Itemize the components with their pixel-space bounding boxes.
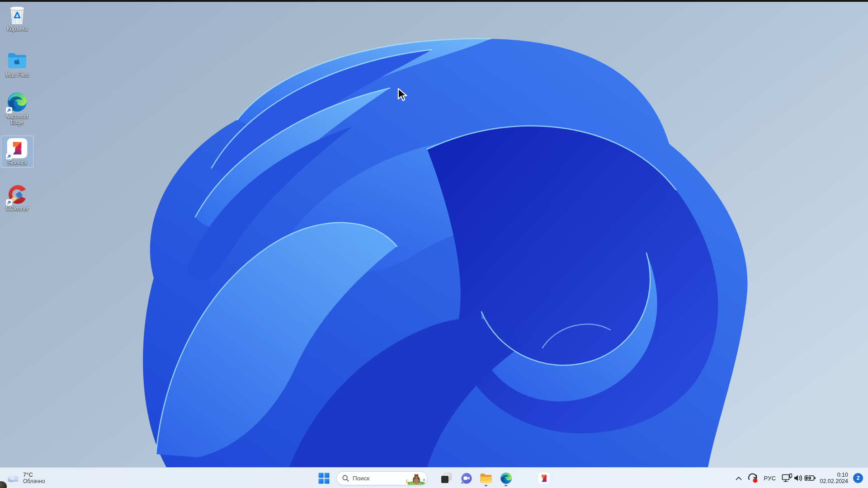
weather-widget[interactable]: 7°C Облачно — [3, 469, 49, 487]
desktop-icon-ccleaner[interactable]: CCleaner — [1, 182, 33, 214]
start-button[interactable] — [315, 469, 333, 487]
taskbar-button-task-view[interactable] — [437, 469, 455, 487]
file-explorer-icon — [480, 473, 492, 483]
folder-apple-icon — [7, 50, 28, 71]
desktop-icon-mac-files[interactable]: Mac Files — [1, 48, 33, 80]
tray-clock[interactable]: 0:10 02.02.2024 — [820, 469, 848, 487]
clock-time: 0:10 — [837, 472, 848, 479]
mouse-cursor — [397, 88, 410, 104]
tray-chevron-hidden-icons[interactable] — [732, 469, 745, 487]
running-indicator — [485, 485, 487, 486]
wallpaper-bloom — [0, 0, 868, 488]
tray-language-indicator[interactable]: РУС — [761, 469, 778, 487]
groundhog-day-art — [403, 473, 426, 485]
weather-condition: Облачно — [23, 478, 45, 484]
windows-start-icon — [318, 473, 330, 484]
sync-alert-icon — [747, 473, 759, 483]
screen-top-edge — [0, 0, 868, 2]
tray-network[interactable] — [781, 469, 793, 487]
taskbar-button-edge[interactable] — [497, 469, 515, 487]
weather-temperature: 7°C — [23, 472, 45, 478]
windows-desktop: Корзина Mac Files — [0, 0, 868, 488]
sidekick-icon — [7, 138, 28, 159]
wired-network-icon — [782, 473, 793, 483]
edge-browser-icon — [500, 472, 512, 484]
battery-charging-icon — [804, 474, 816, 482]
tray-volume[interactable] — [793, 469, 804, 487]
chat-icon — [460, 472, 472, 484]
taskbar: 7°C Облачно — [0, 467, 868, 488]
search-box[interactable] — [336, 471, 428, 485]
speaker-icon — [793, 474, 803, 482]
recycle-bin-icon — [7, 4, 28, 25]
ccleaner-icon — [7, 184, 28, 205]
desktop-icon-label: CCleaner — [6, 206, 29, 212]
taskbar-button-chat[interactable] — [457, 469, 475, 487]
shortcut-arrow-icon — [6, 199, 12, 206]
desktop-icon-label: Sidekick — [7, 160, 28, 166]
search-input[interactable] — [353, 475, 402, 482]
sidekick-icon — [538, 472, 550, 484]
desktop-icon-recycle-bin[interactable]: Корзина — [1, 2, 33, 34]
desktop-icon-sidekick[interactable]: Sidekick — [1, 136, 33, 168]
tray-battery[interactable] — [803, 469, 817, 487]
running-indicator — [505, 485, 507, 486]
shortcut-arrow-icon — [6, 107, 12, 113]
taskbar-button-file-explorer[interactable] — [477, 469, 495, 487]
notification-count: 2 — [857, 475, 860, 481]
shortcut-arrow-icon — [6, 153, 12, 160]
taskbar-button-sidekick[interactable] — [535, 469, 553, 487]
task-view-icon — [440, 472, 452, 484]
desktop-icon-label: Microsoft Edge — [2, 114, 32, 126]
desktop-icon-label: Mac Files — [5, 72, 28, 78]
clock-date: 02.02.2024 — [820, 478, 848, 485]
desktop-icon-label: Корзина — [7, 26, 28, 32]
edge-icon — [7, 92, 28, 113]
tray-sync-alert[interactable] — [746, 469, 760, 487]
cloud-icon — [6, 473, 20, 483]
notification-badge[interactable]: 2 — [853, 473, 863, 483]
language-label: РУС — [764, 475, 776, 482]
desktop-icon-microsoft-edge[interactable]: Microsoft Edge — [1, 89, 33, 127]
search-icon — [342, 475, 349, 482]
chevron-up-icon — [736, 476, 742, 480]
